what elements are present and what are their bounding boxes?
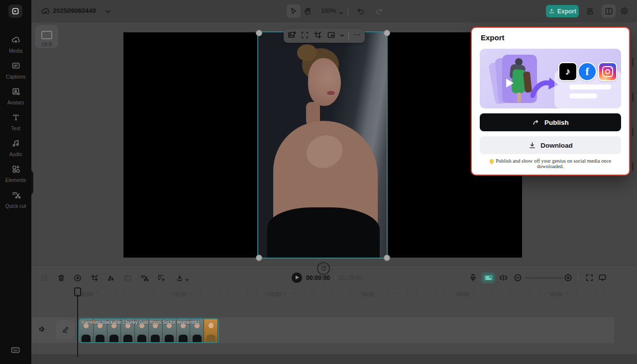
undo-icon[interactable] [356,6,365,18]
sidebar-item-label: Avatars [0,100,31,106]
chevron-down-icon[interactable] [105,8,111,17]
more-options-icon[interactable] [352,30,361,41]
download-label: Download [540,142,573,149]
sidebar-item-text[interactable]: Text [0,112,31,132]
sidebar-item-quick-cut[interactable]: Quick cut [0,190,31,209]
edge-marker [632,162,634,171]
video-clip[interactable]: Fansilver Stackable Chunky Gold Rings Se… [79,318,219,343]
publish-button[interactable]: Publish [480,113,621,131]
selection-handle-top-right[interactable] [384,30,390,36]
ruler-label: 00:00 [80,292,93,297]
publish-label: Publish [544,119,569,126]
play-triangle-icon [296,275,299,279]
keyboard-shortcuts-icon[interactable] [10,345,21,357]
avatar-icon [11,87,21,96]
ruler-ticks [78,292,617,294]
download-clip-icon[interactable] [175,273,184,284]
export-list-icon[interactable] [585,6,595,18]
zoom-in-icon[interactable] [563,273,573,284]
mirror-flip-icon[interactable] [106,273,115,284]
elements-icon [11,164,21,174]
pip-icon[interactable] [326,30,336,42]
split-icon[interactable] [40,273,49,284]
settings-gear-icon[interactable] [620,6,629,18]
auto-captions-button[interactable] [481,273,495,283]
captions-icon [11,61,21,71]
lightbulb-icon [490,159,494,163]
sidebar-item-label: Audio [0,152,31,158]
app-window: Media Captions Avatars Text Audio Elemen… [0,0,637,364]
pip-chevron-icon[interactable] [339,31,345,40]
text-icon [11,112,21,122]
cursor-tool-icon[interactable] [289,6,298,18]
skeleton-line [569,85,611,90]
tiktok-icon: ♪ [558,62,577,81]
export-button-label: Export [557,8,576,15]
microphone-icon[interactable] [468,273,478,284]
timeline-footer [31,354,637,364]
preview-display-icon[interactable] [598,273,607,284]
download-icon [528,141,536,150]
captions-widget-icon [484,275,493,280]
ruler-label: 05:00 [550,292,563,297]
ratio-rect-icon [41,31,52,39]
replace-media-icon[interactable] [287,30,297,42]
sidebar-item-avatars[interactable]: Avatars [0,87,31,106]
fullscreen-icon[interactable] [585,273,594,284]
frame-icon[interactable] [300,30,310,42]
edit-track-button[interactable] [56,320,75,339]
smart-cut-icon[interactable] [140,273,149,284]
selection-handle-bottom-left[interactable] [256,255,262,261]
divider [578,273,578,282]
sidebar-item-audio[interactable]: Audio [0,138,31,158]
sidebar-item-captions[interactable]: Captions [0,61,31,80]
crop-icon[interactable] [313,30,322,42]
time-divider: | [335,274,336,281]
cloud-upload-icon [11,35,21,45]
mask-icon[interactable] [123,273,132,284]
rotate-handle[interactable] [317,262,330,275]
zoom-out-icon[interactable] [513,273,523,284]
app-logo[interactable] [8,4,22,18]
quick-cut-icon [11,190,21,200]
play-button[interactable] [292,273,302,283]
selection-handle-bottom-right[interactable] [384,255,390,261]
export-popup: Export ♪ f [471,27,630,176]
music-note-icon [11,138,21,148]
download-button[interactable]: Download [480,136,621,154]
layout-panel-icon[interactable] [604,6,614,18]
speed-icon[interactable] [73,273,82,284]
video-preview[interactable] [258,32,387,258]
project-title: 202509060440 [53,7,96,14]
instagram-icon [598,62,617,81]
export-note: Publish and show off your genius on soci… [479,158,622,169]
edge-marker [632,92,634,101]
dim-overlay [258,32,387,258]
publish-icon [532,118,540,127]
edge-marker [632,58,634,67]
track-mute-icon[interactable] [38,325,47,336]
playhead-line[interactable] [77,294,78,357]
ruler-label: 01:00 [174,292,187,297]
total-duration: 01:29:00 [339,274,362,281]
redo-icon[interactable] [375,6,384,18]
hand-tool-icon[interactable] [303,6,313,18]
export-popup-title: Export [481,33,505,42]
zoom-level-value[interactable]: 100% [321,7,336,14]
timeline-zoom-slider[interactable] [526,277,563,278]
ruler-label: 03:00 [362,292,375,297]
aspect-ratio-button[interactable]: 16:9 [35,25,58,48]
delete-icon[interactable] [57,273,66,284]
export-button[interactable]: Export [546,5,579,17]
crop-clip-icon[interactable] [90,273,99,284]
zoom-chevron-icon[interactable] [338,9,344,18]
selection-handle-top-left[interactable] [256,30,262,36]
split-add-icon[interactable] [157,273,166,284]
sidebar-item-media[interactable]: Media [0,35,31,54]
clip-toolbar [284,29,365,43]
fit-timeline-icon[interactable] [499,273,508,284]
export-promo-banner: ♪ f [480,49,621,108]
download-chevron-icon[interactable] [185,275,190,284]
sidebar-item-elements[interactable]: Elements [0,164,31,183]
current-time: 00:00:00 [306,274,330,281]
